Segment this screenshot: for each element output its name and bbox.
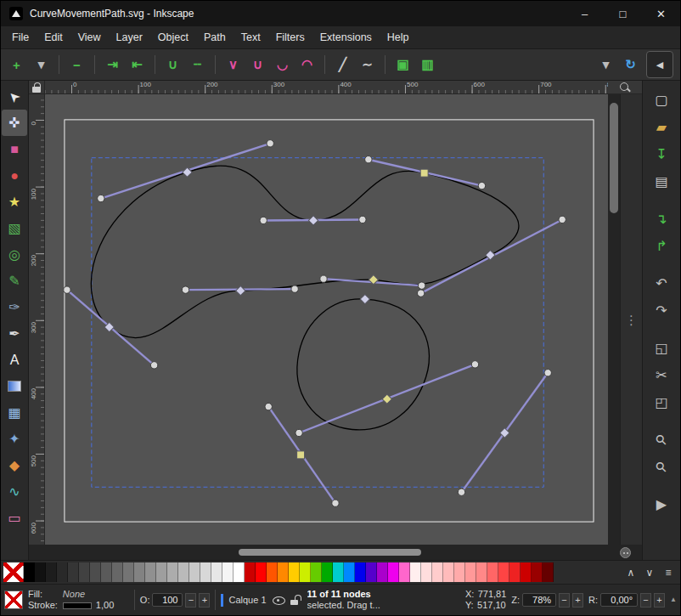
node-corner-button[interactable]: ∨ xyxy=(221,53,245,77)
color-swatch[interactable] xyxy=(156,562,167,582)
gradient-tool[interactable] xyxy=(2,373,27,399)
show-transform-handles-button[interactable]: ↻ xyxy=(618,53,643,77)
no-paint-indicator[interactable] xyxy=(4,591,23,609)
control-handle[interactable] xyxy=(478,182,485,189)
insert-node-dropdown[interactable]: ▾ xyxy=(29,53,53,77)
dropper-tool[interactable]: ✦ xyxy=(2,426,27,452)
node-auto-button[interactable]: ◠ xyxy=(295,53,319,77)
color-swatch[interactable] xyxy=(222,562,234,582)
color-swatch[interactable] xyxy=(333,562,344,582)
menu-edit[interactable]: Edit xyxy=(37,31,70,43)
color-swatch[interactable] xyxy=(410,562,421,582)
toolbar-options-dropdown[interactable]: ▾ xyxy=(594,53,618,77)
menu-file[interactable]: File xyxy=(4,31,37,43)
color-swatch[interactable] xyxy=(443,562,454,582)
color-swatch[interactable] xyxy=(454,562,465,582)
pencil-tool[interactable]: ✎ xyxy=(2,268,27,294)
paste-icon[interactable]: ◰ xyxy=(649,392,674,414)
menu-view[interactable]: View xyxy=(70,31,109,43)
opacity-increase-button[interactable]: + xyxy=(199,593,210,608)
save-document-icon[interactable]: ↧ xyxy=(649,144,674,166)
color-swatch[interactable] xyxy=(35,562,46,582)
control-handle[interactable] xyxy=(320,275,327,282)
fill-value[interactable]: None xyxy=(63,589,129,600)
cut-icon[interactable]: ✂ xyxy=(649,365,674,387)
color-swatch[interactable] xyxy=(145,562,156,582)
zoom-increase-button[interactable]: + xyxy=(572,593,583,608)
tweak-tool[interactable]: ∿ xyxy=(2,478,27,505)
color-swatch[interactable] xyxy=(178,562,189,582)
color-swatch[interactable] xyxy=(300,562,311,582)
color-swatch[interactable] xyxy=(134,562,145,582)
lock-icon[interactable] xyxy=(32,82,41,93)
print-icon[interactable]: ▤ xyxy=(649,171,674,193)
color-swatch[interactable] xyxy=(167,562,178,582)
control-handle[interactable] xyxy=(458,489,464,495)
menu-object[interactable]: Object xyxy=(150,31,196,43)
node-symmetric-button[interactable]: ◡ xyxy=(270,53,295,77)
calligraphy-tool[interactable]: ✒ xyxy=(2,320,27,347)
join-nodes-button[interactable]: ⇥ xyxy=(100,53,125,77)
eraser-tool[interactable]: ▭ xyxy=(2,505,27,531)
color-swatch[interactable] xyxy=(256,562,267,582)
color-swatch[interactable] xyxy=(189,562,200,582)
color-swatch[interactable] xyxy=(234,562,245,582)
control-handle[interactable] xyxy=(471,361,478,368)
color-swatch[interactable] xyxy=(432,562,443,582)
snap-indicator[interactable] xyxy=(608,545,642,560)
color-swatch[interactable] xyxy=(421,562,432,582)
color-swatch[interactable] xyxy=(465,562,476,582)
delete-node-button[interactable]: − xyxy=(65,53,89,77)
menu-text[interactable]: Text xyxy=(234,31,268,43)
color-swatch[interactable] xyxy=(377,562,388,582)
path-node[interactable] xyxy=(420,169,428,177)
rotation-decrease-button[interactable]: − xyxy=(640,593,651,608)
color-swatch[interactable] xyxy=(211,562,222,582)
control-handle[interactable] xyxy=(150,362,157,369)
zoom-page-icon[interactable]: ⚲ xyxy=(649,456,674,478)
control-handle[interactable] xyxy=(332,500,339,506)
control-handle[interactable] xyxy=(295,429,302,436)
control-handle[interactable] xyxy=(64,286,70,293)
segment-curve-button[interactable]: ∼ xyxy=(355,53,380,77)
color-swatch[interactable] xyxy=(521,562,532,582)
rectangle-tool[interactable]: ■ xyxy=(2,136,27,162)
menu-filters[interactable]: Filters xyxy=(268,31,312,43)
color-swatch[interactable] xyxy=(399,562,410,582)
object-to-path-button[interactable]: ▣ xyxy=(391,53,415,77)
control-handle[interactable] xyxy=(544,370,551,376)
text-tool[interactable]: A xyxy=(2,347,27,373)
color-swatch[interactable] xyxy=(90,562,101,582)
control-handle[interactable] xyxy=(359,216,366,223)
horizontal-ruler[interactable]: 0100200300400500600700800 xyxy=(45,81,608,93)
star-tool[interactable]: ★ xyxy=(2,189,27,215)
palette-menu-button[interactable]: ≡ xyxy=(659,563,678,582)
ellipse-tool[interactable]: ● xyxy=(2,162,27,189)
path-node[interactable] xyxy=(297,451,305,459)
vertical-scrollbar[interactable] xyxy=(608,94,620,545)
minimize-button[interactable]: – xyxy=(566,1,604,26)
statusbar-up-icon[interactable]: ▲ xyxy=(670,596,677,603)
color-swatch[interactable] xyxy=(123,562,134,582)
panel-resize-handle[interactable]: ⋮ xyxy=(625,314,638,326)
spiral-tool[interactable]: ◎ xyxy=(2,241,27,268)
color-swatch[interactable] xyxy=(278,562,289,582)
layer-selector[interactable]: Calque 1 xyxy=(228,595,266,605)
color-swatch[interactable] xyxy=(532,562,543,582)
color-swatch[interactable] xyxy=(101,562,112,582)
zoom-input[interactable]: 78% xyxy=(522,593,556,607)
color-swatch[interactable] xyxy=(289,562,300,582)
color-swatch[interactable] xyxy=(344,562,355,582)
color-swatch[interactable] xyxy=(388,562,399,582)
swatch-none[interactable] xyxy=(3,562,24,582)
rotation-increase-button[interactable]: + xyxy=(654,593,665,608)
node-tool[interactable]: ✜ xyxy=(2,110,27,136)
stroke-to-path-button[interactable]: ▥ xyxy=(415,53,440,77)
control-handle[interactable] xyxy=(182,286,189,293)
color-swatch[interactable] xyxy=(311,562,322,582)
color-swatch[interactable] xyxy=(112,562,123,582)
color-swatch[interactable] xyxy=(57,562,68,582)
horizontal-scrollbar[interactable] xyxy=(45,545,608,560)
collapse-dialogs-button[interactable]: ◀ xyxy=(646,51,673,78)
color-swatch[interactable] xyxy=(498,562,509,582)
